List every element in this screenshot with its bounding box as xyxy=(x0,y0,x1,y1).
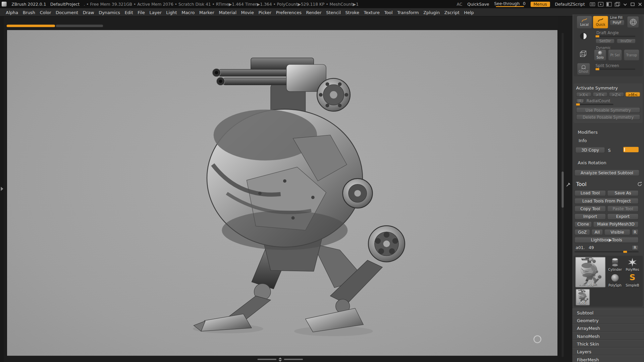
radial-count-slider[interactable] xyxy=(576,104,613,105)
left-tray-open-icon[interactable] xyxy=(1,187,3,191)
symmetry-y-button[interactable]: >Y< xyxy=(592,92,607,97)
export-button[interactable]: Export xyxy=(607,214,639,220)
menu-tool[interactable]: Tool xyxy=(384,10,392,15)
s-slider[interactable] xyxy=(623,147,639,152)
goz-all-button[interactable]: All xyxy=(591,229,603,235)
analyze-selected-subtool-button[interactable]: Analyze Selected Subtool xyxy=(575,170,640,176)
split-screen-handle[interactable] xyxy=(596,68,599,70)
active-tool-slider[interactable] xyxy=(575,251,639,252)
symmetry-z-button[interactable]: >Z< xyxy=(609,92,624,97)
draft-angle-handle[interactable] xyxy=(596,35,599,37)
doc-position-bar[interactable] xyxy=(56,24,103,27)
subpalette-layers[interactable]: Layers xyxy=(572,348,644,355)
menu-brush[interactable]: Brush xyxy=(23,10,35,15)
axis-rotation-header[interactable]: Axis Rotation xyxy=(578,160,606,165)
load-tools-from-project-button[interactable]: Load Tools From Project xyxy=(575,198,639,204)
subpalette-geometry[interactable]: Geometry xyxy=(572,316,644,324)
radial-count-handle[interactable] xyxy=(576,104,580,106)
polymesh-star-thumbnail[interactable]: PolyMes xyxy=(624,256,641,272)
symmetry-x-button[interactable]: >X< xyxy=(576,92,591,97)
solo-button[interactable]: Solo xyxy=(594,50,606,60)
menu-zscript[interactable]: Zscript xyxy=(444,10,460,15)
menu-color[interactable]: Color xyxy=(40,10,51,15)
lightbox-tools-button[interactable]: Lightbox▶Tools xyxy=(575,237,639,243)
subpalette-thickskin[interactable]: Thick Skin xyxy=(572,340,644,348)
quicksave-button[interactable]: QuickSave xyxy=(467,2,489,6)
use-posable-symmetry-button[interactable]: Use Posable Symmetry xyxy=(576,107,640,113)
recent-tool-thumbnail[interactable]: a01 xyxy=(576,289,590,305)
ptsel-button[interactable]: Pt Sel xyxy=(608,50,622,60)
subpalette-arraymesh[interactable]: ArrayMesh xyxy=(572,324,644,332)
maximize-icon[interactable] xyxy=(630,2,635,6)
default-zscript-button[interactable]: DefaultZScript xyxy=(555,2,585,6)
tool-r-button[interactable]: R xyxy=(632,245,639,250)
scroll-arrows[interactable] xyxy=(278,357,282,361)
cube-icon[interactable] xyxy=(579,50,587,57)
make-polymesh3d-button[interactable]: Make PolyMesh3D xyxy=(593,221,639,227)
tablet-icon[interactable] xyxy=(598,2,603,6)
menu-alpha[interactable]: Alpha xyxy=(6,10,18,15)
active-tool-slider-handle[interactable] xyxy=(623,251,627,253)
load-tool-button[interactable]: Load Tool xyxy=(575,190,606,196)
scroll-line-right[interactable] xyxy=(284,359,303,360)
scroll-down-icon[interactable] xyxy=(278,360,282,361)
radial-r-button[interactable]: (R) xyxy=(576,99,585,103)
import-button[interactable]: Import xyxy=(575,214,606,220)
menu-render[interactable]: Render xyxy=(306,10,321,15)
active-tool-thumbnail[interactable]: a01 xyxy=(575,257,605,288)
seethrough-slider[interactable]: See-through 0 xyxy=(494,1,526,7)
goz-visible-button[interactable]: Visible xyxy=(604,229,630,235)
menu-help[interactable]: Help xyxy=(464,10,474,15)
ghost-button[interactable]: Ghost xyxy=(577,63,590,75)
subpalette-subtool[interactable]: Subtool xyxy=(572,309,644,316)
menu-document[interactable]: Document xyxy=(56,10,78,15)
subpalette-nanomesh[interactable]: NanoMesh xyxy=(572,332,644,340)
invdir-button[interactable]: InvDir xyxy=(617,39,636,44)
transp-button[interactable]: Transp xyxy=(624,50,639,60)
menu-draw[interactable]: Draw xyxy=(83,10,94,15)
scroll-up-icon[interactable] xyxy=(278,357,282,359)
menu-macro[interactable]: Macro xyxy=(181,10,195,15)
contrast-icon[interactable] xyxy=(579,32,588,40)
menu-transform[interactable]: Transform xyxy=(397,10,419,15)
save-as-button[interactable]: Save As xyxy=(607,190,639,196)
delete-posable-symmetry-button[interactable]: Delete Posable Symmetry xyxy=(576,114,640,120)
s-slider-handle[interactable] xyxy=(624,148,625,152)
mech-model[interactable] xyxy=(189,57,408,340)
scroll-line-left[interactable] xyxy=(257,359,276,360)
right-scrollbar-handle[interactable] xyxy=(561,172,564,208)
menu-material[interactable]: Material xyxy=(219,10,236,15)
setdir-button[interactable]: SetDir xyxy=(596,39,615,44)
tool-refresh-icon[interactable] xyxy=(637,181,642,187)
polysphere-thumbnail[interactable]: PolySph xyxy=(607,272,623,288)
minimize-icon[interactable] xyxy=(623,2,628,6)
draft-angle-slider[interactable] xyxy=(596,36,635,37)
goz-r-button[interactable]: R xyxy=(632,229,639,235)
copy-tool-button[interactable]: Copy Tool xyxy=(575,205,606,212)
info-header[interactable]: Info xyxy=(579,138,587,143)
menu-preferences[interactable]: Preferences xyxy=(276,10,302,15)
menu-file[interactable]: File xyxy=(138,10,145,15)
polyf-button[interactable]: PolyF xyxy=(610,20,624,25)
layout-icon[interactable] xyxy=(614,2,620,6)
simple-brush-thumbnail[interactable]: S SimpleB xyxy=(624,272,641,288)
symmetry-m-button[interactable]: >M< xyxy=(625,92,640,97)
cylinder-tool-thumbnail[interactable]: Cylinder xyxy=(607,256,623,272)
menu-stencil[interactable]: Stencil xyxy=(326,10,341,15)
perspective-globe-button[interactable] xyxy=(628,16,639,27)
local-symmetry-button[interactable]: Local xyxy=(577,16,592,28)
keyboard-icon[interactable] xyxy=(590,2,595,6)
split-screen-label[interactable]: Split Screen xyxy=(596,63,619,68)
menu-edit[interactable]: Edit xyxy=(125,10,133,15)
menu-picker[interactable]: Picker xyxy=(259,10,272,15)
line-fill-label[interactable]: Line Fill xyxy=(610,16,623,20)
paste-tool-button[interactable]: Paste Tool xyxy=(607,205,639,212)
viewport-canvas[interactable] xyxy=(7,29,558,356)
quick-mode-button[interactable]: Quick xyxy=(593,16,608,28)
goz-button[interactable]: GoZ xyxy=(575,229,590,235)
tool-palette-title[interactable]: Tool xyxy=(576,181,587,187)
menu-stroke[interactable]: Stroke xyxy=(345,10,359,15)
menu-layer[interactable]: Layer xyxy=(150,10,162,15)
menu-movie[interactable]: Movie xyxy=(241,10,254,15)
doc-position-bar-active[interactable] xyxy=(7,24,55,27)
